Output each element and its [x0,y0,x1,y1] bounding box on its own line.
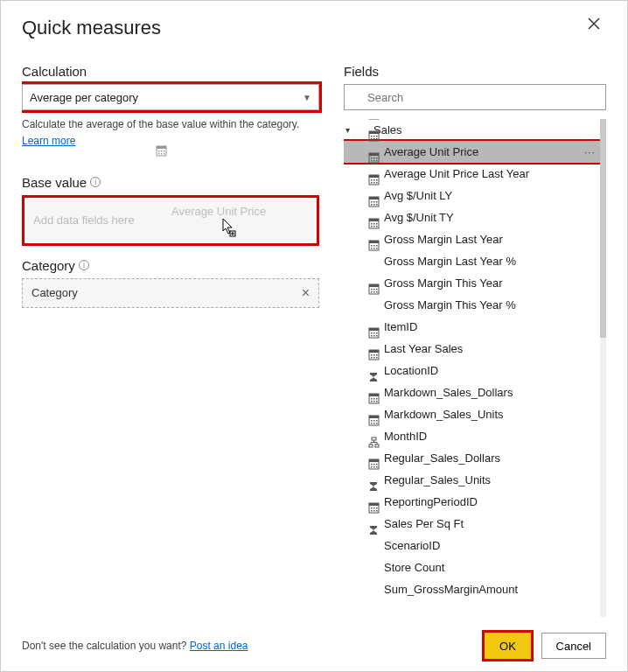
sigma-icon [368,584,380,596]
ok-button[interactable]: OK [485,633,531,659]
base-value-section: Base value i Add data fields here Averag… [22,175,319,246]
field-item[interactable]: LocationID [344,360,606,382]
field-label: Store Count [384,561,444,574]
category-chip[interactable]: Category × [22,278,319,308]
field-item[interactable]: Avg $/Unit LY [344,185,606,206]
chevron-down-icon: ▾ [345,125,354,135]
calculation-help: Calculate the average of the base value … [22,117,319,149]
base-value-label: Base value i [22,175,319,190]
dialog-body: Calculation Average per category ▼ Calcu… [22,64,606,617]
field-label: Regular_Sales_Dollars [384,452,500,465]
field-label: Sales Per Sq Ft [384,517,464,530]
search-input[interactable] [367,91,600,104]
fields-tree[interactable]: ▾ Sales Average Unit Price···Average Uni… [344,119,606,617]
field-label: Gross Margin Last Year [384,233,503,246]
field-item[interactable]: Sum_GrossMarginAmount [344,578,606,600]
field-item[interactable]: Last Year Sales [344,338,606,360]
left-panel: Calculation Average per category ▼ Calcu… [22,64,319,617]
fields-panel: Fields ▾ Sales Average Unit Price···Aver… [344,64,606,617]
field-item[interactable]: ItemID [344,316,606,338]
fields-label: Fields [344,64,606,79]
field-label: ScenarioID [384,539,440,552]
close-button[interactable] [587,17,606,36]
remove-category-button[interactable]: × [302,285,310,301]
field-item[interactable]: Average Unit Price Last Year [344,163,606,185]
field-label: Average Unit Price [384,145,478,158]
drag-ghost: Average Unit Price [156,205,266,218]
footer-buttons: OK Cancel [485,633,606,659]
field-item[interactable]: Store Count [344,556,606,578]
more-icon[interactable]: ··· [584,146,596,158]
cursor-icon [221,217,239,241]
calculation-value: Average per category [30,91,138,104]
chevron-down-icon: ▼ [303,93,311,102]
calculation-label: Calculation [22,64,319,79]
field-label: LocationID [384,364,438,377]
search-icon [350,91,362,103]
info-icon[interactable]: i [90,177,101,187]
dialog-header: Quick measures [22,17,606,39]
field-label: Markdown_Sales_Units [384,408,504,421]
field-item[interactable]: ScenarioID [344,535,606,556]
field-item[interactable]: Markdown_Sales_Dollars [344,382,606,403]
field-item[interactable]: Regular_Sales_Units [344,469,606,491]
field-label: Avg $/Unit LY [384,189,452,202]
ok-highlight: OK [485,633,531,659]
calc-icon [156,205,168,217]
field-item[interactable]: Gross Margin This Year [344,272,606,294]
field-item[interactable]: Average Unit Price··· [344,141,606,163]
field-item[interactable]: Gross Margin Last Year [344,228,606,250]
field-item[interactable]: Gross Margin This Year % [344,294,606,316]
footer-prompt: Don't see the calculation you want? Post… [22,640,248,652]
field-item[interactable]: Regular_Sales_Dollars [344,447,606,469]
post-idea-link[interactable]: Post an idea [190,640,248,652]
field-item[interactable]: ReportingPeriodID [344,491,606,513]
field-item[interactable]: Avg $/Unit TY [344,206,606,228]
field-item[interactable]: Markdown_Sales_Units [344,403,606,425]
field-label: Avg $/Unit TY [384,211,454,224]
dialog-footer: Don't see the calculation you want? Post… [22,624,606,659]
field-label: Markdown_Sales_Dollars [384,386,513,399]
field-label: ItemID [384,320,417,333]
field-label: Gross Margin Last Year % [384,255,516,268]
scrollbar-thumb[interactable] [600,119,606,338]
table-node-sales[interactable]: ▾ Sales [344,119,606,141]
field-label: Average Unit Price Last Year [384,167,529,180]
quick-measures-dialog: Quick measures Calculation Average per c… [0,0,628,672]
dropzone-placeholder: Add data fields here [33,214,135,227]
cancel-button[interactable]: Cancel [541,633,606,659]
field-label: Regular_Sales_Units [384,473,491,486]
field-label: Gross Margin This Year % [384,298,516,312]
category-chip-label: Category [31,286,78,299]
field-item[interactable]: Sales Per Sq Ft [344,513,606,535]
field-label: Gross Margin This Year [384,276,503,290]
search-box[interactable] [344,84,606,110]
close-icon [587,17,603,32]
field-label: ReportingPeriodID [384,495,478,508]
dialog-title: Quick measures [22,17,161,39]
field-label: Last Year Sales [384,342,463,355]
category-section: Category i Category × [22,258,319,308]
info-icon[interactable]: i [79,260,89,270]
field-label: Sum_GrossMarginAmount [384,583,518,596]
learn-more-link[interactable]: Learn more [22,134,75,149]
category-label: Category i [22,258,319,273]
svg-rect-23 [230,231,235,236]
base-value-dropzone[interactable]: Add data fields here Average Unit Price [22,195,319,246]
field-label: MonthID [384,430,427,443]
calculation-dropdown[interactable]: Average per category ▼ [22,84,319,110]
field-item[interactable]: MonthID [344,425,606,447]
field-item[interactable]: Gross Margin Last Year % [344,250,606,272]
